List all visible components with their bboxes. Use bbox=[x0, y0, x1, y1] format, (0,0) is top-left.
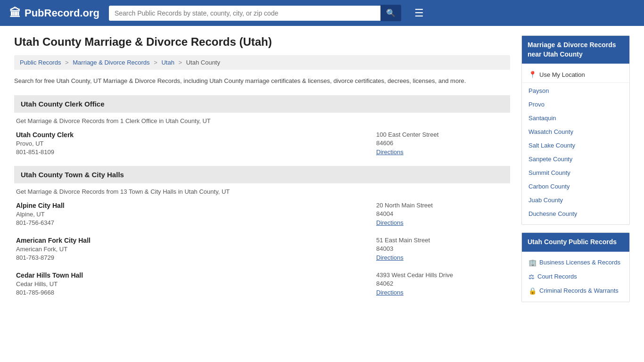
directions-link[interactable]: Directions bbox=[376, 219, 404, 226]
search-icon: 🔍 bbox=[386, 9, 396, 17]
sidebar-public-records-header: Utah County Public Records bbox=[522, 233, 629, 252]
directions-link[interactable]: Directions bbox=[376, 289, 404, 296]
main-content: Utah County Marriage & Divorce Records (… bbox=[14, 35, 510, 310]
sidebar-nearby-header: Marriage & Divorce Records near Utah Cou… bbox=[522, 36, 629, 64]
sidebar-item-label: Salt Lake County bbox=[528, 142, 575, 149]
breadcrumb-current: Utah County bbox=[186, 59, 220, 66]
record-address: 20 North Main Street bbox=[376, 202, 508, 209]
record-city: Cedar Hills, UT bbox=[16, 280, 376, 288]
section-header-cityhalls: Utah County Town & City Halls bbox=[14, 166, 510, 183]
record-phone: 801-851-8109 bbox=[16, 148, 376, 156]
site-header: 🏛 PubRecord.org 🔍 ☰ bbox=[0, 0, 644, 26]
sidebar: Marriage & Divorce Records near Utah Cou… bbox=[521, 35, 630, 310]
record-city: Alpine, UT bbox=[16, 211, 376, 218]
breadcrumb: Public Records > Marriage & Divorce Reco… bbox=[14, 55, 510, 70]
page-description: Search for free Utah County, UT Marriage… bbox=[14, 76, 510, 86]
section-header-clerk: Utah County Clerk Office bbox=[14, 95, 510, 113]
table-row: Utah County Clerk Provo, UT 801-851-8109… bbox=[14, 131, 510, 156]
record-phone: 801-785-9668 bbox=[16, 289, 376, 296]
section-clerk: Utah County Clerk Office Get Marriage & … bbox=[14, 95, 510, 156]
breadcrumb-sep-1: > bbox=[65, 59, 69, 66]
record-zip: 84606 bbox=[376, 140, 508, 147]
sidebar-divider bbox=[522, 82, 629, 83]
sidebar-item-court-records[interactable]: ⚖ Court Records bbox=[522, 270, 629, 284]
sidebar-item-santaquin[interactable]: Santaquin bbox=[522, 111, 629, 125]
sidebar-item-label: Criminal Records & Warrants bbox=[539, 287, 619, 294]
sidebar-item-juab-county[interactable]: Juab County bbox=[522, 193, 629, 207]
sidebar-item-label: Provo bbox=[528, 101, 545, 108]
record-left: Utah County Clerk Provo, UT 801-851-8109 bbox=[16, 131, 376, 156]
sidebar-item-sanpete-county[interactable]: Sanpete County bbox=[522, 152, 629, 166]
section-desc-cityhalls: Get Marriage & Divorce Records from 13 T… bbox=[14, 188, 510, 195]
record-left: Cedar Hills Town Hall Cedar Hills, UT 80… bbox=[16, 272, 376, 296]
sidebar-item-label: Carbon County bbox=[528, 183, 570, 190]
sidebar-item-label: Duchesne County bbox=[528, 210, 577, 217]
sidebar-item-label: Sanpete County bbox=[528, 156, 572, 163]
record-city: Provo, UT bbox=[16, 140, 376, 147]
record-phone: 801-763-8729 bbox=[16, 254, 376, 261]
use-location-label: Use My Location bbox=[539, 71, 585, 78]
record-address: 51 East Main Street bbox=[376, 237, 508, 244]
business-icon: 🏢 bbox=[528, 259, 537, 266]
criminal-icon: 🔒 bbox=[528, 287, 537, 295]
record-name: American Fork City Hall bbox=[16, 237, 376, 244]
record-right: 20 North Main Street 84004 Directions bbox=[376, 202, 508, 226]
sidebar-item-summit-county[interactable]: Summit County bbox=[522, 166, 629, 180]
record-right: 4393 West Cedar Hills Drive 84062 Direct… bbox=[376, 272, 508, 296]
record-left: Alpine City Hall Alpine, UT 801-756-6347 bbox=[16, 202, 376, 226]
page-title: Utah County Marriage & Divorce Records (… bbox=[14, 35, 510, 49]
search-area: 🔍 bbox=[109, 5, 401, 21]
table-row: Cedar Hills Town Hall Cedar Hills, UT 80… bbox=[14, 272, 510, 296]
record-address: 4393 West Cedar Hills Drive bbox=[376, 272, 508, 279]
breadcrumb-sep-3: > bbox=[179, 59, 182, 66]
sidebar-item-duchesne-county[interactable]: Duchesne County bbox=[522, 207, 629, 221]
directions-link[interactable]: Directions bbox=[376, 254, 404, 261]
record-name: Utah County Clerk bbox=[16, 131, 376, 139]
menu-button[interactable]: ☰ bbox=[414, 7, 424, 19]
record-right: 100 East Center Street 84606 Directions bbox=[376, 131, 508, 156]
sidebar-item-label: Summit County bbox=[528, 169, 570, 176]
sidebar-item-salt-lake-county[interactable]: Salt Lake County bbox=[522, 139, 629, 152]
sidebar-item-use-location[interactable]: 📍 Use My Location bbox=[522, 67, 629, 82]
record-name: Alpine City Hall bbox=[16, 202, 376, 209]
section-desc-clerk: Get Marriage & Divorce Records from 1 Cl… bbox=[14, 117, 510, 124]
search-button[interactable]: 🔍 bbox=[380, 5, 401, 21]
section-cityhalls: Utah County Town & City Halls Get Marria… bbox=[14, 166, 510, 296]
record-name: Cedar Hills Town Hall bbox=[16, 272, 376, 279]
sidebar-item-payson[interactable]: Payson bbox=[522, 84, 629, 98]
record-zip: 84062 bbox=[376, 280, 508, 287]
sidebar-item-provo[interactable]: Provo bbox=[522, 98, 629, 111]
record-phone: 801-756-6347 bbox=[16, 219, 376, 226]
hamburger-icon: ☰ bbox=[414, 7, 424, 19]
table-row: American Fork City Hall American Fork, U… bbox=[14, 237, 510, 261]
record-zip: 84003 bbox=[376, 245, 508, 252]
record-address: 100 East Center Street bbox=[376, 131, 508, 138]
directions-link[interactable]: Directions bbox=[376, 148, 404, 156]
record-left: American Fork City Hall American Fork, U… bbox=[16, 237, 376, 261]
record-zip: 84004 bbox=[376, 210, 508, 217]
sidebar-item-label: Payson bbox=[528, 87, 549, 94]
sidebar-item-wasatch-county[interactable]: Wasatch County bbox=[522, 125, 629, 139]
table-row: Alpine City Hall Alpine, UT 801-756-6347… bbox=[14, 202, 510, 226]
breadcrumb-link-marriage[interactable]: Marriage & Divorce Records bbox=[73, 59, 149, 66]
logo[interactable]: 🏛 PubRecord.org bbox=[9, 7, 99, 20]
breadcrumb-sep-2: > bbox=[154, 59, 157, 66]
sidebar-item-label: Juab County bbox=[528, 197, 563, 204]
sidebar-item-business-licenses[interactable]: 🏢 Business Licenses & Records bbox=[522, 255, 629, 270]
sidebar-item-label: Wasatch County bbox=[528, 128, 573, 135]
record-right: 51 East Main Street 84003 Directions bbox=[376, 237, 508, 261]
sidebar-item-label: Court Records bbox=[537, 273, 577, 280]
search-input[interactable] bbox=[109, 6, 380, 21]
logo-icon: 🏛 bbox=[9, 7, 21, 20]
sidebar-nearby-box: Marriage & Divorce Records near Utah Cou… bbox=[521, 35, 630, 225]
sidebar-item-carbon-county[interactable]: Carbon County bbox=[522, 180, 629, 193]
sidebar-item-criminal-records[interactable]: 🔒 Criminal Records & Warrants bbox=[522, 284, 629, 298]
breadcrumb-link-public-records[interactable]: Public Records bbox=[20, 59, 61, 66]
sidebar-item-label: Santaquin bbox=[528, 115, 556, 122]
logo-text: PubRecord.org bbox=[25, 7, 99, 19]
sidebar-item-label: Business Licenses & Records bbox=[539, 259, 620, 266]
record-city: American Fork, UT bbox=[16, 246, 376, 253]
court-icon: ⚖ bbox=[528, 273, 535, 280]
breadcrumb-link-utah[interactable]: Utah bbox=[161, 59, 174, 66]
sidebar-public-records-box: Utah County Public Records 🏢 Business Li… bbox=[521, 232, 630, 302]
